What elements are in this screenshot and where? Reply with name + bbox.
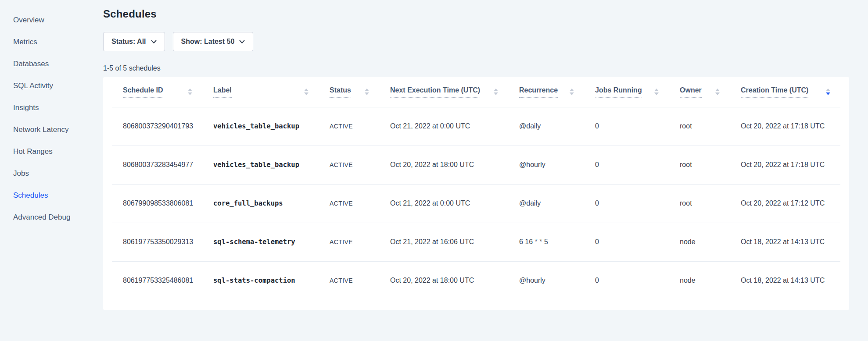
column-header-label: Creation Time (UTC) bbox=[741, 86, 808, 98]
cell-next-execution-time: Oct 20, 2022 at 18:00 UTC bbox=[390, 146, 519, 184]
cell-recurrence: @hourly bbox=[519, 261, 595, 300]
show-filter-dropdown[interactable]: Show: Latest 50 bbox=[173, 32, 254, 51]
column-header-label: Label bbox=[213, 86, 232, 98]
column-header-id[interactable]: Schedule ID bbox=[112, 77, 213, 107]
cell-creation-time: Oct 18, 2022 at 14:13 UTC bbox=[740, 223, 840, 261]
sidebar-item-label: Network Latency bbox=[13, 125, 69, 134]
cell-label: core_full_backups bbox=[213, 184, 329, 223]
cell-jobs-running: 0 bbox=[595, 146, 679, 184]
column-header-recurrence[interactable]: Recurrence bbox=[519, 77, 595, 107]
column-header-next_execution[interactable]: Next Execution Time (UTC) bbox=[390, 77, 519, 107]
sidebar-nav-list: Overview Metrics Databases SQL Activity … bbox=[0, 9, 103, 228]
cell-status: ACTIVE bbox=[329, 261, 390, 300]
cell-label: sql-schema-telemetry bbox=[213, 223, 329, 261]
cell-next-execution-time: Oct 21, 2022 at 0:00 UTC bbox=[390, 107, 519, 146]
sort-up-arrow bbox=[494, 89, 498, 91]
cell-next-execution-time: Oct 21, 2022 at 16:06 UTC bbox=[390, 223, 519, 261]
page-title: Schedules bbox=[103, 7, 868, 21]
sort-up-arrow bbox=[365, 89, 369, 91]
cell-jobs-running: 0 bbox=[595, 223, 679, 261]
sort-arrows-icon bbox=[715, 89, 720, 95]
cell-label: vehicles_table_backup bbox=[213, 146, 329, 184]
table-header-row: Schedule ID Label Status Next Execution … bbox=[112, 77, 840, 107]
sidebar-item-insights[interactable]: Insights bbox=[0, 97, 103, 119]
table-row: 806799098533806081 core_full_backups ACT… bbox=[112, 184, 840, 223]
sidebar-item-label: Advanced Debug bbox=[13, 213, 70, 222]
sidebar-item-label: Schedules bbox=[13, 191, 48, 200]
column-header-label: Jobs Running bbox=[595, 86, 642, 98]
cell-status: ACTIVE bbox=[329, 146, 390, 184]
sort-arrows-icon bbox=[654, 89, 659, 95]
cell-next-execution-time: Oct 20, 2022 at 18:00 UTC bbox=[390, 261, 519, 300]
sort-up-arrow bbox=[654, 89, 659, 91]
cell-owner: root bbox=[679, 107, 740, 146]
sort-arrows-icon bbox=[365, 89, 369, 95]
results-count: 1-5 of 5 schedules bbox=[103, 64, 868, 72]
sidebar-item-metrics[interactable]: Metrics bbox=[0, 31, 103, 53]
sort-down-arrow bbox=[304, 92, 308, 95]
sidebar-item-hot-ranges[interactable]: Hot Ranges bbox=[0, 141, 103, 163]
sidebar-item-overview[interactable]: Overview bbox=[0, 9, 103, 31]
cell-owner: root bbox=[679, 146, 740, 184]
cell-recurrence: @daily bbox=[519, 184, 595, 223]
sort-down-arrow bbox=[365, 92, 369, 95]
cell-recurrence: @hourly bbox=[519, 146, 595, 184]
cell-creation-time: Oct 20, 2022 at 17:12 UTC bbox=[740, 184, 840, 223]
sidebar-item-jobs[interactable]: Jobs bbox=[0, 163, 103, 185]
sidebar-item-advanced-debug[interactable]: Advanced Debug bbox=[0, 206, 103, 228]
sort-up-arrow bbox=[570, 89, 574, 91]
sort-arrows-icon bbox=[494, 89, 498, 95]
schedules-page: Overview Metrics Databases SQL Activity … bbox=[0, 0, 868, 341]
cell-creation-time: Oct 18, 2022 at 14:13 UTC bbox=[740, 261, 840, 300]
column-header-creation_time[interactable]: Creation Time (UTC) bbox=[740, 77, 840, 107]
cell-recurrence: @daily bbox=[519, 107, 595, 146]
sort-arrows-icon bbox=[188, 89, 192, 95]
sort-down-arrow bbox=[188, 92, 192, 95]
column-header-label: Next Execution Time (UTC) bbox=[390, 86, 480, 98]
show-filter-label: Show: Latest 50 bbox=[181, 38, 235, 46]
sort-arrows-icon bbox=[304, 89, 308, 95]
sidebar-item-schedules[interactable]: Schedules bbox=[0, 185, 103, 206]
sidebar-item-label: Databases bbox=[13, 60, 49, 68]
main-content: Schedules Status: All Show: Latest 50 1-… bbox=[103, 0, 868, 341]
column-header-label: Owner bbox=[680, 86, 702, 98]
sidebar-item-label: SQL Activity bbox=[13, 82, 53, 90]
cell-schedule-id: 806800373283454977 bbox=[112, 146, 213, 184]
schedules-table: Schedule ID Label Status Next Execution … bbox=[112, 77, 840, 300]
column-header-owner[interactable]: Owner bbox=[679, 77, 740, 107]
chevron-down-icon bbox=[239, 38, 245, 46]
cell-owner: node bbox=[679, 261, 740, 300]
column-header-label: Status bbox=[330, 86, 351, 98]
cell-label: vehicles_table_backup bbox=[213, 107, 329, 146]
table-row: 806800373283454977 vehicles_table_backup… bbox=[112, 146, 840, 184]
sort-up-arrow bbox=[715, 89, 720, 91]
cell-jobs-running: 0 bbox=[595, 184, 679, 223]
sidebar-item-label: Overview bbox=[13, 16, 44, 25]
sidebar-item-sql-activity[interactable]: SQL Activity bbox=[0, 75, 103, 97]
cell-status: ACTIVE bbox=[329, 184, 390, 223]
cell-status: ACTIVE bbox=[329, 107, 390, 146]
sort-up-arrow bbox=[188, 89, 192, 91]
status-filter-label: Status: All bbox=[111, 38, 146, 46]
sidebar-item-label: Metrics bbox=[13, 38, 37, 46]
sidebar-item-label: Jobs bbox=[13, 169, 29, 178]
filter-bar: Status: All Show: Latest 50 bbox=[103, 32, 868, 51]
table-row: 806197753325486081 sql-stats-compaction … bbox=[112, 261, 840, 300]
sort-down-arrow bbox=[570, 92, 574, 95]
column-header-status[interactable]: Status bbox=[329, 77, 390, 107]
column-header-label: Recurrence bbox=[519, 86, 558, 98]
sort-arrows-icon bbox=[826, 89, 830, 95]
sidebar-item-network-latency[interactable]: Network Latency bbox=[0, 119, 103, 141]
column-header-label[interactable]: Label bbox=[213, 77, 329, 107]
table-row: 806800373290401793 vehicles_table_backup… bbox=[112, 107, 840, 146]
cell-schedule-id: 806800373290401793 bbox=[112, 107, 213, 146]
column-header-jobs_running[interactable]: Jobs Running bbox=[595, 77, 679, 107]
sidebar-item-databases[interactable]: Databases bbox=[0, 53, 103, 75]
sort-down-arrow bbox=[826, 92, 830, 95]
sort-up-arrow bbox=[304, 89, 308, 91]
cell-owner: root bbox=[679, 184, 740, 223]
sort-down-arrow bbox=[715, 92, 720, 95]
sort-up-arrow bbox=[826, 89, 830, 91]
status-filter-dropdown[interactable]: Status: All bbox=[103, 32, 165, 51]
sort-arrows-icon bbox=[570, 89, 574, 95]
